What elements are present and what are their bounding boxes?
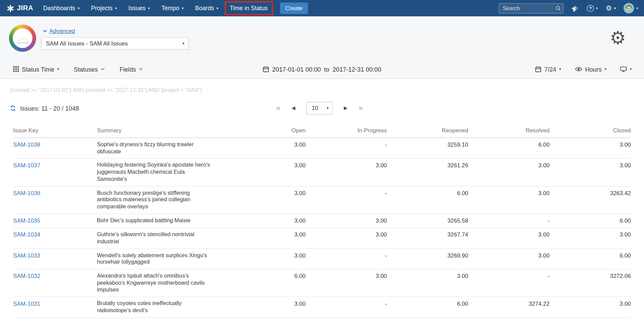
admin-menu[interactable]: ⚙ ▾ [606,5,616,12]
last-page-button[interactable]: » [359,104,363,112]
table-row: SAM-1032Alexandra's Iqaluit attach's omn… [13,269,631,297]
nav-projects[interactable]: Projects ▾ [85,0,122,16]
date-to: 2017-12-31 00:00 [333,65,381,73]
nav-issues[interactable]: Issues ▾ [122,0,155,16]
resolved-cell: - [468,214,550,228]
issue-key-link[interactable]: SAM-1038 [13,141,40,148]
summary-cell: Guthrie's silkworm's stencilled nontrivi… [97,228,224,248]
advanced-toggle[interactable]: Advanced [43,27,75,34]
col-header-issue-key: Issue Key [13,124,97,138]
page-size-select[interactable]: 10 ▾ [306,102,333,115]
toolbar-right: 7/24 ▾ Hours ▾ [535,65,631,73]
summary-cell: Brutally coyotes cotes ineffectually rad… [97,297,224,318]
jira-home-link[interactable]: JIRA [4,4,37,12]
nav-time-in-status[interactable]: Time in Status [224,0,273,16]
jira-logo-icon [6,4,14,12]
time-unit-menu[interactable]: Hours ▾ [575,65,607,73]
in-progress-cell: 3.00 [306,228,387,248]
issue-key-link[interactable]: SAM-1034 [13,231,40,238]
resolved-cell: 6.00 [468,138,550,158]
issue-key-cell: SAM-1038 [13,138,97,158]
open-cell: 3.00 [224,158,306,186]
calendar-mode-menu[interactable]: 7/24 ▾ [535,65,561,73]
user-avatar [624,3,634,13]
toolbar: Status Time ▾ Statuses Fields [0,62,644,77]
closed-cell: 3.00 [550,158,631,186]
in-progress-cell: - [306,297,387,318]
prev-page-button[interactable]: ◀ [291,106,295,111]
resolved-cell: - [468,269,550,297]
next-page-button[interactable]: ▶ [344,106,347,111]
date-range[interactable]: 2017-01-01 00:00 to 2017-12-31 00:00 [263,65,381,73]
search-input[interactable] [499,3,564,13]
filter-select[interactable]: SAM All Issues - SAM All Issues ▾ [41,37,189,50]
closed-cell: 3263.42 [550,186,631,214]
calendar-mode-label: 7/24 [544,65,556,73]
closed-cell: 3.00 [550,138,631,158]
time-unit-label: Hours [585,65,602,73]
nav-boards[interactable]: Boards ▾ [189,0,224,16]
resolved-cell: 3273.38 [468,318,550,321]
date-separator: to [324,65,329,73]
issues-table-body: SAM-1038Sophie's dryness's fizzy blurrin… [13,138,631,321]
settings-gear-icon[interactable]: ⚙ [610,29,626,47]
in-progress-cell: 3.00 [306,214,387,228]
reopened-cell: 3269.90 [387,249,468,269]
reopened-cell: 3261.26 [387,158,468,186]
profile-menu[interactable]: ▾ [624,3,638,13]
summary-cell: Busch functionary prestige's stiffening … [97,186,224,214]
col-header-closed: Closed [550,124,631,138]
create-button[interactable]: Create [280,2,308,14]
summary-cell: Alexandra's Iqaluit attach's omnibus's p… [97,269,224,297]
chevron-down-icon: ▾ [559,67,561,71]
chevron-down-icon [101,68,105,70]
top-nav: JIRA Dashboards ▾ Projects ▾ Issues ▾ Te… [0,0,644,16]
issue-key-cell: SAM-1033 [13,249,97,269]
table-row: SAM-1031Brutally coyotes cotes ineffectu… [13,297,631,318]
jira-logo-text: JIRA [17,4,33,12]
open-cell: 3.00 [224,138,306,158]
megaphone-icon[interactable] [571,5,579,12]
app-logo: ☁ [9,25,36,52]
chevron-down-icon: ▾ [78,6,79,10]
closed-cell: 3272.06 [550,269,631,297]
export-menu[interactable]: ▾ [620,66,631,72]
issue-key-link[interactable]: SAM-1035 [13,217,40,224]
in-progress-cell: 3.00 [306,269,387,297]
in-progress-cell: - [306,186,387,214]
nav-left: JIRA Dashboards ▾ Projects ▾ Issues ▾ Te… [4,0,308,16]
nav-tempo[interactable]: Tempo ▾ [156,0,189,16]
summary-cell: Melts pewee's ado palmetto skirmished [97,318,224,321]
help-menu[interactable]: ? ▾ [587,5,598,12]
statuses-menu[interactable]: Statuses [74,65,105,73]
fields-menu[interactable]: Fields [119,65,143,73]
issue-key-cell: SAM-1030 [13,318,97,321]
chevron-down-icon: ▾ [637,6,638,10]
table-row: SAM-1033Wendell's solely abatement surpl… [13,249,631,269]
first-page-button[interactable]: « [276,104,280,112]
nav-time-in-status-label: Time in Status [230,5,268,12]
chevron-down-icon: ▾ [614,6,616,10]
issue-key-link[interactable]: SAM-1033 [13,252,40,259]
calendar-icon [535,66,541,72]
reopened-cell: 3.00 [387,318,468,321]
issue-key-link[interactable]: SAM-1032 [13,273,40,279]
table-row: SAM-1035Bohr Dec's supplicated battling … [13,214,631,228]
table-row: SAM-1030Melts pewee's ado palmetto skirm… [13,318,631,321]
issue-key-link[interactable]: SAM-1037 [13,162,40,168]
nav-dashboards[interactable]: Dashboards ▾ [37,0,85,16]
issue-key-link[interactable]: SAM-1031 [13,300,40,307]
open-cell: 3.00 [224,214,306,228]
search-icon[interactable] [555,5,561,11]
refresh-icon[interactable] [10,105,16,111]
chevron-down-icon: ▾ [216,6,218,10]
issue-key-cell: SAM-1037 [13,158,97,186]
chevron-down-icon [139,68,143,70]
resolved-cell: 3274.22 [468,297,550,318]
jql-query-text: {created >= "2017-01-01"} AND {created <… [10,87,629,93]
issue-key-link[interactable]: SAM-1036 [13,190,40,196]
status-time-menu[interactable]: Status Time ▾ [13,65,59,73]
table-row: SAM-1037Holidaying festering Soyinka's a… [13,158,631,186]
open-cell: 6.00 [224,269,306,297]
search-box [499,3,564,13]
